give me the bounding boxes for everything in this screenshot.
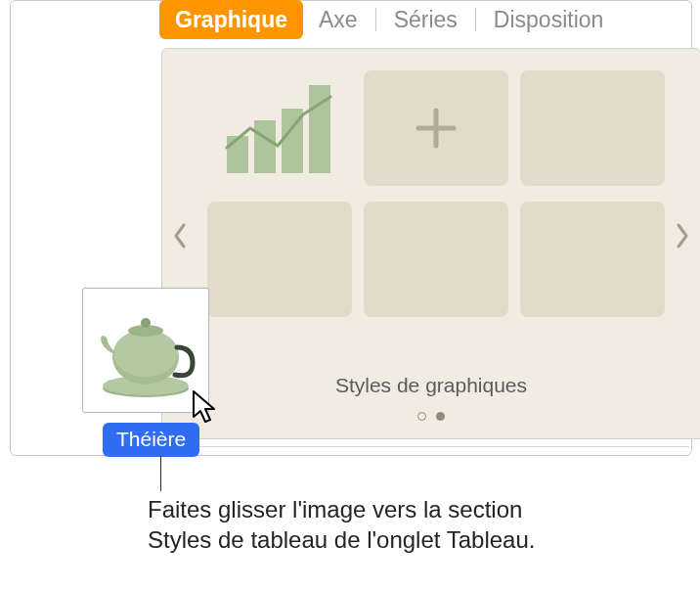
panel-divider xyxy=(161,446,689,454)
tab-separator xyxy=(475,8,476,31)
drag-label: Théière xyxy=(103,423,199,457)
tab-chart[interactable]: Graphique xyxy=(159,0,303,39)
svg-rect-1 xyxy=(254,120,276,173)
svg-rect-0 xyxy=(227,136,248,173)
style-tile-add[interactable] xyxy=(364,70,508,186)
tab-series[interactable]: Séries xyxy=(378,0,473,39)
tab-separator xyxy=(375,8,376,31)
chevron-right-icon xyxy=(674,222,691,250)
drag-thumbnail[interactable] xyxy=(82,288,209,413)
chart-styles-panel: Styles de graphiques xyxy=(161,48,700,439)
bar-chart-icon xyxy=(221,79,338,177)
chart-styles-caption: Styles de graphiques xyxy=(162,374,700,397)
style-tile-bar-chart[interactable] xyxy=(207,70,352,186)
style-tile-empty[interactable] xyxy=(520,202,665,317)
prev-styles-button[interactable] xyxy=(166,217,194,254)
tab-axis[interactable]: Axe xyxy=(303,0,373,39)
style-tile-empty[interactable] xyxy=(364,202,508,317)
teapot-icon xyxy=(91,298,200,402)
style-tile-empty[interactable] xyxy=(207,202,352,317)
chevron-left-icon xyxy=(171,222,189,250)
style-tile-empty[interactable] xyxy=(520,70,665,186)
tab-row: Graphique Axe Séries Disposition xyxy=(159,0,619,39)
svg-point-11 xyxy=(141,318,151,328)
callout-line xyxy=(160,456,161,491)
chart-styles-grid xyxy=(207,70,665,317)
tab-layout[interactable]: Disposition xyxy=(478,0,620,39)
page-dot-active[interactable] xyxy=(436,412,445,421)
next-styles-button[interactable] xyxy=(669,217,696,254)
page-indicator xyxy=(162,412,700,421)
plus-icon xyxy=(413,105,459,152)
callout-text: Faites glisser l'image vers la section S… xyxy=(148,495,568,555)
svg-point-9 xyxy=(113,330,178,377)
page-dot[interactable] xyxy=(417,412,426,421)
